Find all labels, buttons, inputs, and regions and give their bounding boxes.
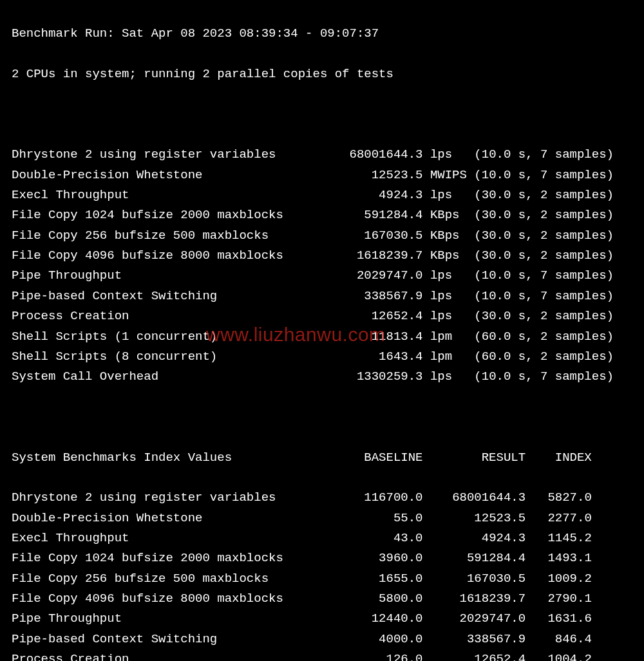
index-index: 2790.1 xyxy=(526,591,592,606)
index-name: Double-Precision Whetstone xyxy=(12,511,320,525)
index-index: 1493.1 xyxy=(526,551,592,565)
test-timing: (10.0 s, 7 samples) xyxy=(474,289,614,303)
index-baseline: 55.0 xyxy=(320,511,423,525)
test-name: File Copy 256 bufsize 500 maxblocks xyxy=(12,228,305,243)
index-result: 4924.3 xyxy=(423,531,526,545)
test-name: Process Creation xyxy=(12,309,305,323)
test-name: File Copy 1024 bufsize 2000 maxblocks xyxy=(12,208,305,222)
index-result: 338567.9 xyxy=(423,632,526,646)
test-value: 591284.4 xyxy=(305,208,422,222)
index-baseline: 4000.0 xyxy=(320,632,423,646)
terminal-output: Benchmark Run: Sat Apr 08 2023 08:39:34 … xyxy=(0,0,644,661)
index-index: 1631.6 xyxy=(526,611,592,626)
test-value: 12652.4 xyxy=(305,309,422,323)
blank-line xyxy=(12,105,632,125)
test-name: Execl Throughput xyxy=(12,188,305,202)
test-timing: (60.0 s, 2 samples) xyxy=(474,349,614,364)
test-value: 1330259.3 xyxy=(305,369,422,384)
test-row: Pipe Throughput 2029747.0 lps (10.0 s, 7… xyxy=(12,266,632,286)
index-baseline: 116700.0 xyxy=(320,490,423,505)
test-row: File Copy 4096 bufsize 8000 maxblocks 16… xyxy=(12,246,632,266)
index-row: File Copy 1024 bufsize 2000 maxblocks 39… xyxy=(12,548,632,568)
test-row: File Copy 256 bufsize 500 maxblocks 1670… xyxy=(12,226,632,246)
test-row: Double-Precision Whetstone 12523.5 MWIPS… xyxy=(12,165,632,185)
test-unit: lpm xyxy=(423,349,475,364)
test-timing: (30.0 s, 2 samples) xyxy=(474,228,614,243)
index-index: 846.4 xyxy=(526,632,592,646)
index-baseline: 1655.0 xyxy=(320,572,423,586)
test-row: Execl Throughput 4924.3 lps (30.0 s, 2 s… xyxy=(12,185,632,205)
index-index: 1145.2 xyxy=(526,531,592,545)
index-result: 167030.5 xyxy=(423,572,526,586)
index-name: File Copy 1024 bufsize 2000 maxblocks xyxy=(12,551,320,565)
test-timing: (30.0 s, 2 samples) xyxy=(474,188,614,202)
test-timing: (30.0 s, 2 samples) xyxy=(474,208,614,222)
cpu-line: 2 CPUs in system; running 2 parallel cop… xyxy=(12,64,632,84)
index-row: Double-Precision Whetstone 55.0 12523.5 … xyxy=(12,508,632,528)
test-timing: (60.0 s, 2 samples) xyxy=(474,330,614,344)
index-baseline: 12440.0 xyxy=(320,611,423,626)
index-baseline: 43.0 xyxy=(320,531,423,545)
test-value: 68001644.3 xyxy=(305,147,422,162)
tests-block: Dhrystone 2 using register variables 680… xyxy=(12,145,632,387)
test-value: 1618239.7 xyxy=(305,248,422,263)
test-row: Shell Scripts (1 concurrent) 11813.4 lpm… xyxy=(12,327,632,347)
test-row: File Copy 1024 bufsize 2000 maxblocks 59… xyxy=(12,205,632,225)
index-row: Dhrystone 2 using register variables 116… xyxy=(12,488,632,508)
index-name: Execl Throughput xyxy=(12,531,320,545)
blank-line xyxy=(12,407,632,427)
test-unit: lpm xyxy=(423,330,475,344)
index-row: File Copy 256 bufsize 500 maxblocks 1655… xyxy=(12,569,632,589)
index-result: 12523.5 xyxy=(423,511,526,525)
test-timing: (10.0 s, 7 samples) xyxy=(474,268,614,283)
index-index: 1009.2 xyxy=(526,572,592,586)
test-name: File Copy 4096 bufsize 8000 maxblocks xyxy=(12,248,305,263)
index-name: Pipe Throughput xyxy=(12,611,320,626)
index-row: Process Creation 126.0 12652.4 1004.2 xyxy=(12,649,632,661)
test-row: System Call Overhead 1330259.3 lps (10.0… xyxy=(12,367,632,387)
test-row: Pipe-based Context Switching 338567.9 lp… xyxy=(12,286,632,306)
index-baseline: 5800.0 xyxy=(320,591,423,606)
test-value: 338567.9 xyxy=(305,289,422,303)
test-unit: KBps xyxy=(423,248,475,263)
test-row: Dhrystone 2 using register variables 680… xyxy=(12,145,632,165)
test-unit: lps xyxy=(423,289,475,303)
test-timing: (10.0 s, 7 samples) xyxy=(474,147,614,162)
index-name: Dhrystone 2 using register variables xyxy=(12,490,320,505)
test-value: 167030.5 xyxy=(305,228,422,243)
test-value: 11813.4 xyxy=(305,330,422,344)
index-baseline: 3960.0 xyxy=(320,551,423,565)
index-row: Pipe-based Context Switching 4000.0 3385… xyxy=(12,629,632,649)
test-name: Shell Scripts (1 concurrent) xyxy=(12,330,305,344)
benchmark-run-line: Benchmark Run: Sat Apr 08 2023 08:39:34 … xyxy=(12,24,632,44)
test-unit: lps xyxy=(423,188,475,202)
test-timing: (10.0 s, 7 samples) xyxy=(474,168,614,182)
test-unit: KBps xyxy=(423,228,475,243)
index-result: 1618239.7 xyxy=(423,591,526,606)
test-name: Dhrystone 2 using register variables xyxy=(12,147,305,162)
test-name: Shell Scripts (8 concurrent) xyxy=(12,349,305,364)
test-value: 2029747.0 xyxy=(305,268,422,283)
index-result: 591284.4 xyxy=(423,551,526,565)
test-value: 4924.3 xyxy=(305,188,422,202)
index-name: Process Creation xyxy=(12,652,320,661)
index-name: File Copy 4096 bufsize 8000 maxblocks xyxy=(12,591,320,606)
index-result: 68001644.3 xyxy=(423,490,526,505)
test-unit: lps xyxy=(423,147,475,162)
test-value: 12523.5 xyxy=(305,168,422,182)
index-name: File Copy 256 bufsize 500 maxblocks xyxy=(12,572,320,586)
test-name: Pipe-based Context Switching xyxy=(12,289,305,303)
index-row: Execl Throughput 43.0 4924.3 1145.2 xyxy=(12,528,632,548)
test-timing: (30.0 s, 2 samples) xyxy=(474,248,614,263)
index-index: 1004.2 xyxy=(526,652,592,661)
test-name: Double-Precision Whetstone xyxy=(12,168,305,182)
test-unit: KBps xyxy=(423,208,475,222)
test-unit: lps xyxy=(423,309,475,323)
test-row: Process Creation 12652.4 lps (30.0 s, 2 … xyxy=(12,306,632,326)
test-unit: lps xyxy=(423,369,475,384)
index-index: 2277.0 xyxy=(526,511,592,525)
test-value: 1643.4 xyxy=(305,349,422,364)
index-header-row: System Benchmarks Index Values BASELINE … xyxy=(12,448,632,468)
index-baseline: 126.0 xyxy=(320,652,423,661)
index-row: Pipe Throughput 12440.0 2029747.0 1631.6 xyxy=(12,609,632,629)
